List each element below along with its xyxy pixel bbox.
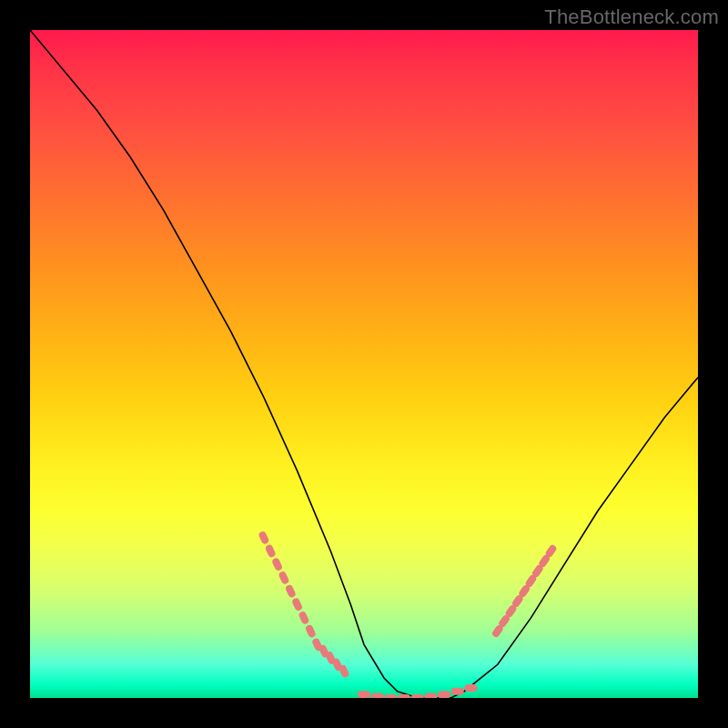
svg-rect-6 bbox=[298, 611, 309, 625]
svg-rect-5 bbox=[291, 597, 303, 612]
chart-container: TheBottleneck.com bbox=[0, 0, 728, 728]
curve-svg bbox=[30, 30, 698, 698]
svg-rect-2 bbox=[271, 557, 283, 571]
svg-rect-16 bbox=[398, 694, 410, 698]
svg-rect-0 bbox=[258, 531, 269, 545]
svg-rect-14 bbox=[371, 693, 384, 699]
dotted-segment-bottom bbox=[358, 684, 477, 698]
svg-rect-18 bbox=[424, 693, 437, 699]
svg-rect-3 bbox=[278, 571, 289, 585]
svg-rect-1 bbox=[265, 543, 277, 558]
plot-area bbox=[30, 30, 698, 698]
svg-rect-20 bbox=[451, 688, 464, 695]
watermark-text: TheBottleneck.com bbox=[544, 5, 719, 29]
bottleneck-curve-line bbox=[30, 30, 698, 698]
dotted-segment-left bbox=[258, 531, 349, 679]
svg-rect-4 bbox=[285, 584, 297, 599]
svg-rect-7 bbox=[305, 624, 317, 639]
svg-rect-19 bbox=[438, 691, 450, 698]
svg-rect-21 bbox=[464, 684, 477, 692]
svg-rect-17 bbox=[411, 694, 424, 698]
svg-rect-15 bbox=[384, 694, 397, 698]
svg-rect-13 bbox=[358, 691, 370, 698]
